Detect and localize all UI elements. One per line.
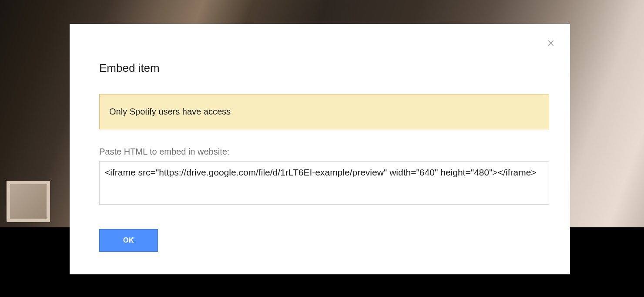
backdrop-picture-frame [7, 181, 50, 222]
close-button[interactable] [544, 36, 558, 50]
embed-code-textarea[interactable] [99, 161, 549, 205]
dialog-title: Embed item [99, 61, 549, 75]
embed-field-label: Paste HTML to embed in website: [99, 147, 549, 157]
access-notice-banner: Only Spotify users have access [99, 94, 549, 129]
ok-button[interactable]: OK [99, 229, 158, 252]
close-icon [546, 38, 556, 48]
access-notice-text: Only Spotify users have access [109, 107, 539, 117]
embed-item-dialog: Embed item Only Spotify users have acces… [70, 24, 570, 274]
